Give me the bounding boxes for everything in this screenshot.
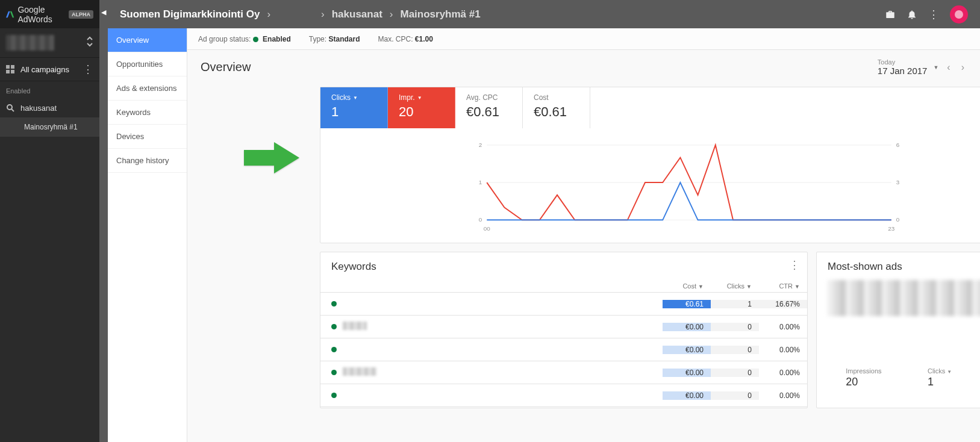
keywords-title: Keywords [331, 261, 796, 273]
date-range-picker[interactable]: Today 17 Jan 2017 ▼ ‹ › [878, 58, 967, 76]
status-group-value[interactable]: Enabled [263, 35, 291, 43]
keyword-cost: €0.00 [663, 323, 711, 331]
performance-chart-card: ⋮ Clicks▼1Impr.▼20Avg. CPC€0.61Cost€0.61… [320, 87, 980, 243]
status-dot-enabled [331, 324, 337, 329]
metric-clicks[interactable]: Clicks▼1 [320, 87, 388, 128]
keyword-row[interactable]: €0.0000.00% [320, 384, 807, 407]
brand-bar: Google AdWords ALPHA [0, 0, 99, 28]
date-prev-button[interactable]: ‹ [944, 62, 952, 73]
nav-tab-keywords[interactable]: Keywords [108, 101, 187, 125]
annotation-arrow [244, 140, 301, 178]
keyword-clicks: 0 [711, 323, 759, 331]
keyword-clicks: 0 [711, 369, 759, 377]
date-range-label: Today [878, 58, 928, 66]
keyword-cost: €0.00 [663, 391, 711, 400]
status-cpc-value[interactable]: €1.00 [415, 35, 433, 43]
top-bar: Suomen Digimarkkinointi Oy › › hakusanat… [108, 0, 980, 28]
svg-text:0: 0 [479, 216, 482, 223]
keyword-row[interactable]: €0.0000.00% [320, 316, 807, 338]
brand-text: Google AdWords [17, 5, 65, 24]
breadcrumb: Suomen Digimarkkinointi Oy › › hakusanat… [120, 8, 481, 20]
status-dot-enabled [331, 301, 337, 307]
chevron-right-icon: › [390, 8, 393, 20]
ad-stat-clicks[interactable]: Clicks▼1 [928, 367, 952, 388]
avatar[interactable] [950, 5, 968, 23]
keywords-col-ctr[interactable]: CTR ▼ [759, 282, 807, 290]
alpha-badge: ALPHA [69, 10, 93, 19]
nav-tab-overview[interactable]: Overview [108, 28, 187, 52]
keywords-col-clicks[interactable]: Clicks ▼ [711, 282, 759, 290]
svg-marker-19 [244, 142, 299, 173]
svg-text:00: 00 [484, 225, 490, 232]
status-group-label: Ad group status: [198, 35, 251, 43]
status-bar: Ad group status: Enabled Type: Standard … [187, 28, 980, 50]
nav-tab-change-history[interactable]: Change history [108, 149, 187, 173]
metric-avgcpc[interactable]: Avg. CPC€0.61 [455, 87, 523, 128]
nav-tab-ads-extensions[interactable]: Ads & extensions [108, 76, 187, 101]
date-range-value: 17 Jan 2017 [878, 66, 928, 76]
status-type-label: Type: [309, 35, 326, 43]
date-next-button[interactable]: › [959, 62, 967, 73]
keyword-clicks: 1 [711, 300, 759, 308]
more-vert-icon[interactable]: ⋮ [83, 63, 93, 76]
ads-title: Most-shown ads [828, 261, 980, 273]
nav-tab-opportunities[interactable]: Opportunities [108, 52, 187, 76]
dashboard-icon [6, 65, 14, 73]
adgroup-item-mainosryhma-1[interactable]: Mainosryhmä #1 [0, 117, 99, 137]
search-icon [6, 104, 14, 112]
metric-cost[interactable]: Cost€0.61 [523, 87, 590, 128]
metric-impr[interactable]: Impr.▼20 [388, 87, 455, 128]
ad-preview-redacted [828, 280, 980, 316]
all-campaigns-row[interactable]: All campaigns ⋮ [0, 57, 99, 81]
svg-rect-3 [11, 65, 14, 69]
keyword-row[interactable]: €0.0000.00% [320, 338, 807, 361]
nav-tab-devices[interactable]: Devices [108, 125, 187, 149]
account-switcher[interactable] [0, 28, 99, 57]
most-shown-ads-card: ⋮ Most-shown ads Impressions20Clicks▼1CT… [816, 252, 980, 408]
bell-icon[interactable] [907, 9, 917, 20]
keyword-ctr: 16.67% [759, 300, 807, 308]
breadcrumb-campaign[interactable]: hakusanat [332, 8, 382, 20]
svg-text:6: 6 [896, 142, 900, 148]
account-name-redacted [6, 35, 54, 51]
svg-text:0: 0 [896, 216, 900, 223]
campaign-status-section-label: Enabled [0, 81, 99, 98]
breadcrumb-adgroup[interactable]: Mainosryhmä #1 [400, 8, 480, 20]
svg-text:1: 1 [479, 179, 482, 185]
svg-text:2: 2 [479, 142, 482, 148]
briefcase-icon[interactable] [885, 9, 896, 20]
chevron-right-icon: › [267, 8, 270, 20]
keyword-ctr: 0.00% [759, 323, 807, 331]
status-dot-enabled [253, 37, 258, 42]
all-campaigns-label: All campaigns [20, 65, 69, 74]
keyword-clicks: 0 [711, 346, 759, 354]
status-dot-enabled [331, 370, 337, 375]
status-cpc-label: Max. CPC: [378, 35, 413, 43]
status-dot-enabled [331, 347, 337, 352]
svg-text:23: 23 [888, 225, 894, 232]
more-vert-icon[interactable]: ⋮ [928, 8, 939, 21]
adwords-logo-icon [6, 9, 14, 20]
dropdown-icon: ▼ [933, 64, 938, 70]
status-type-value: Standard [328, 35, 360, 43]
page-title: Overview [201, 60, 251, 74]
status-dot-enabled [331, 393, 337, 398]
svg-rect-5 [11, 70, 14, 73]
keyword-cost: €0.00 [663, 369, 711, 377]
svg-marker-1 [10, 11, 14, 17]
svg-text:3: 3 [896, 179, 900, 185]
keywords-col-cost[interactable]: Cost ▼ [663, 282, 711, 290]
keyword-ctr: 0.00% [759, 346, 807, 354]
keyword-cost: €0.00 [663, 346, 711, 354]
card-more-button[interactable]: ⋮ [789, 258, 800, 272]
campaign-item-hakusanat[interactable]: hakusanat [0, 98, 99, 117]
svg-rect-4 [6, 70, 10, 73]
sidebar-collapse-handle[interactable]: ◀ [99, 0, 108, 442]
keyword-ctr: 0.00% [759, 369, 807, 377]
unfold-icon[interactable] [86, 36, 93, 49]
keyword-row[interactable]: €0.0000.00% [320, 361, 807, 384]
breadcrumb-account[interactable]: Suomen Digimarkkinointi Oy [120, 8, 260, 20]
keyword-row[interactable]: €0.61116.67% [320, 293, 807, 316]
ad-stat-impressions[interactable]: Impressions20 [846, 367, 881, 388]
campaign-item-label: hakusanat [20, 104, 57, 113]
